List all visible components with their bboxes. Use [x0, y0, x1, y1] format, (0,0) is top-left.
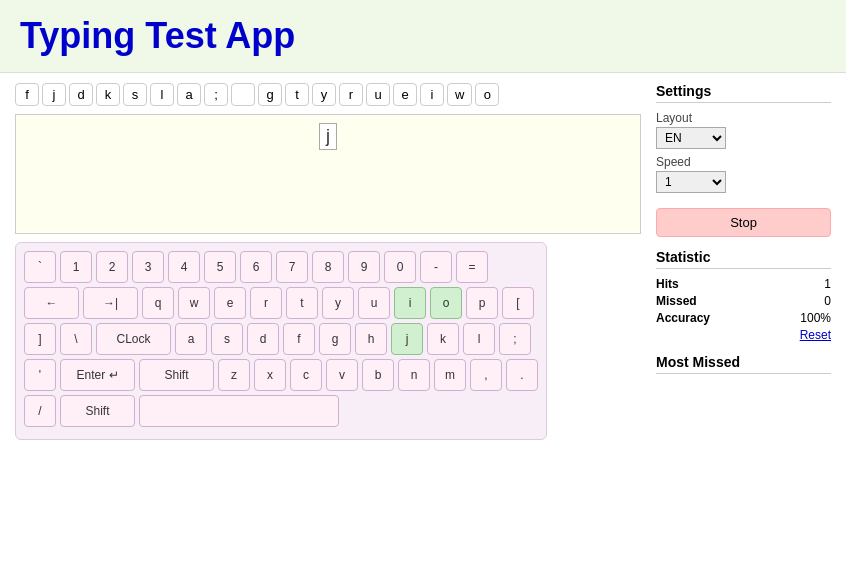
keyboard-key[interactable]: ; — [499, 323, 531, 355]
header: Typing Test App — [0, 0, 846, 73]
hits-row: Hits 1 — [656, 277, 831, 291]
keyboard-key[interactable]: j — [391, 323, 423, 355]
keyboard-row: /Shift — [24, 395, 538, 427]
keyboard-key[interactable]: k — [427, 323, 459, 355]
keyboard-key[interactable]: . — [506, 359, 538, 391]
keyboard-key[interactable]: 3 — [132, 251, 164, 283]
left-panel: fjdksla;gtyrueiwo j `1234567890-=←→|qwer… — [15, 83, 641, 440]
seq-key: o — [475, 83, 499, 106]
keyboard-key[interactable]: p — [466, 287, 498, 319]
seq-key: u — [366, 83, 390, 106]
accuracy-row: Accuracy 100% — [656, 311, 831, 325]
keyboard-key[interactable]: a — [175, 323, 207, 355]
keyboard-key[interactable] — [139, 395, 339, 427]
keyboard-row: `1234567890-= — [24, 251, 538, 283]
keyboard-key[interactable]: 9 — [348, 251, 380, 283]
keyboard-key[interactable]: Shift — [139, 359, 214, 391]
keyboard-key[interactable]: h — [355, 323, 387, 355]
keyboard-key[interactable]: ] — [24, 323, 56, 355]
seq-key: i — [420, 83, 444, 106]
most-missed-title: Most Missed — [656, 354, 831, 374]
main-container: fjdksla;gtyrueiwo j `1234567890-=←→|qwer… — [0, 73, 846, 450]
keyboard-key[interactable]: c — [290, 359, 322, 391]
keyboard-key[interactable]: l — [463, 323, 495, 355]
keyboard-key[interactable]: e — [214, 287, 246, 319]
right-panel: Settings Layout ENDEFR Speed 12345 Stop … — [656, 83, 831, 440]
layout-select[interactable]: ENDEFR — [656, 127, 726, 149]
seq-key: r — [339, 83, 363, 106]
speed-select[interactable]: 12345 — [656, 171, 726, 193]
seq-key: w — [447, 83, 472, 106]
keyboard-key[interactable]: ' — [24, 359, 56, 391]
missed-value: 0 — [824, 294, 831, 308]
keyboard-key[interactable]: v — [326, 359, 358, 391]
keyboard-key[interactable]: y — [322, 287, 354, 319]
keyboard-key[interactable]: Enter ↵ — [60, 359, 135, 391]
keyboard-row: 'Enter ↵Shiftzxcvbnm,. — [24, 359, 538, 391]
keyboard-key[interactable]: , — [470, 359, 502, 391]
hits-label: Hits — [656, 277, 679, 291]
typing-area[interactable]: j — [15, 114, 641, 234]
statistic-title: Statistic — [656, 249, 831, 269]
keyboard-key[interactable]: 1 — [60, 251, 92, 283]
stop-button[interactable]: Stop — [656, 208, 831, 237]
keyboard-key[interactable]: r — [250, 287, 282, 319]
keyboard-key[interactable]: u — [358, 287, 390, 319]
keyboard-key[interactable]: i — [394, 287, 426, 319]
keyboard-key[interactable]: 2 — [96, 251, 128, 283]
seq-key — [231, 83, 255, 106]
keyboard-key[interactable]: b — [362, 359, 394, 391]
keyboard-row: ]\CLockasdfghjkl; — [24, 323, 538, 355]
keyboard-key[interactable]: = — [456, 251, 488, 283]
seq-key: j — [42, 83, 66, 106]
keyboard-key[interactable]: n — [398, 359, 430, 391]
speed-label: Speed — [656, 155, 831, 169]
settings-title: Settings — [656, 83, 831, 103]
statistic-section: Statistic Hits 1 Missed 0 Accuracy 100% … — [656, 249, 831, 342]
most-missed-section: Most Missed — [656, 354, 831, 374]
seq-key: ; — [204, 83, 228, 106]
seq-key: k — [96, 83, 120, 106]
speed-row: Speed 12345 — [656, 155, 831, 193]
keyboard-key[interactable]: - — [420, 251, 452, 283]
keyboard-key[interactable]: 7 — [276, 251, 308, 283]
keyboard-key[interactable]: 0 — [384, 251, 416, 283]
keyboard-key[interactable]: Shift — [60, 395, 135, 427]
keyboard-key[interactable]: \ — [60, 323, 92, 355]
accuracy-value: 100% — [800, 311, 831, 325]
keyboard-key[interactable]: m — [434, 359, 466, 391]
keyboard-key[interactable]: 8 — [312, 251, 344, 283]
keyboard-key[interactable]: s — [211, 323, 243, 355]
keyboard-key[interactable]: x — [254, 359, 286, 391]
missed-row: Missed 0 — [656, 294, 831, 308]
keyboard-key[interactable]: ← — [24, 287, 79, 319]
keyboard-key[interactable]: f — [283, 323, 315, 355]
seq-key: f — [15, 83, 39, 106]
keyboard-key[interactable]: CLock — [96, 323, 171, 355]
seq-key: e — [393, 83, 417, 106]
missed-label: Missed — [656, 294, 697, 308]
keyboard-key[interactable]: →| — [83, 287, 138, 319]
accuracy-label: Accuracy — [656, 311, 710, 325]
seq-key: s — [123, 83, 147, 106]
seq-key: t — [285, 83, 309, 106]
reset-button[interactable]: Reset — [656, 328, 831, 342]
keyboard-key[interactable]: q — [142, 287, 174, 319]
keyboard-key[interactable]: ` — [24, 251, 56, 283]
keyboard-key[interactable]: t — [286, 287, 318, 319]
settings-section: Settings Layout ENDEFR Speed 12345 — [656, 83, 831, 193]
keyboard-key[interactable]: z — [218, 359, 250, 391]
keyboard-key[interactable]: d — [247, 323, 279, 355]
keyboard-key[interactable]: 4 — [168, 251, 200, 283]
keyboard-key[interactable]: g — [319, 323, 351, 355]
hits-value: 1 — [824, 277, 831, 291]
keyboard-key[interactable]: [ — [502, 287, 534, 319]
keyboard-key[interactable]: / — [24, 395, 56, 427]
keyboard-key[interactable]: 6 — [240, 251, 272, 283]
keyboard-key[interactable]: 5 — [204, 251, 236, 283]
keyboard-key[interactable]: w — [178, 287, 210, 319]
current-char: j — [319, 123, 337, 150]
seq-key: d — [69, 83, 93, 106]
layout-label: Layout — [656, 111, 831, 125]
keyboard-key[interactable]: o — [430, 287, 462, 319]
